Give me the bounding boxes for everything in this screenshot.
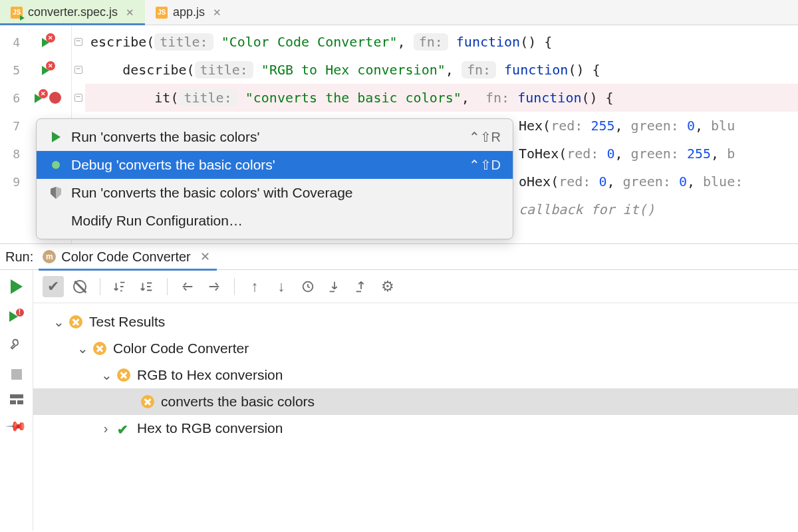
tree-expand-icon[interactable] <box>53 314 63 330</box>
run-test-failed-icon[interactable] <box>42 64 54 76</box>
context-menu-item[interactable]: Debug 'converts the basic colors'⌃⇧D <box>37 151 513 179</box>
context-menu-label: Modify Run Configuration… <box>71 213 501 229</box>
wrench-icon[interactable] <box>9 338 24 354</box>
test-tree-row[interactable]: ✔Hex to RGB conversion <box>33 415 798 442</box>
context-menu-label: Run 'converts the basic colors' with Cov… <box>71 185 501 201</box>
import-tests-icon[interactable] <box>324 276 345 297</box>
rerun-failed-icon[interactable] <box>9 309 24 323</box>
context-menu-label: Run 'converts the basic colors' <box>71 129 461 145</box>
show-ignored-icon[interactable] <box>69 276 90 297</box>
fold-handle-icon[interactable] <box>74 38 82 46</box>
js-file-icon: JS <box>156 7 168 19</box>
pin-icon[interactable]: 📌 <box>5 415 28 438</box>
rerun-icon[interactable] <box>11 279 23 294</box>
editor-tabs-bar: JS converter.spec.js ✕ JS app.js ✕ <box>0 0 798 25</box>
show-passed-icon[interactable]: ✔ <box>43 276 64 297</box>
close-icon[interactable]: ✕ <box>213 7 221 19</box>
mocha-icon: m <box>43 250 56 263</box>
context-menu-label: Debug 'converts the basic colors' <box>71 157 461 173</box>
prev-failed-icon[interactable]: ↑ <box>244 276 265 297</box>
test-tree-label: Hex to RGB conversion <box>137 420 283 436</box>
test-tree-label: Color Code Converter <box>113 340 249 356</box>
tree-expand-icon[interactable] <box>101 367 110 383</box>
run-test-failed-icon[interactable] <box>35 92 47 104</box>
play-icon <box>49 132 63 142</box>
sort-duration-icon[interactable] <box>136 276 158 297</box>
test-pass-icon: ✔ <box>117 422 130 435</box>
breakpoint-icon[interactable] <box>49 92 61 104</box>
test-tree-row[interactable]: Test Results <box>33 309 798 335</box>
run-test-failed-icon[interactable] <box>42 36 54 48</box>
tree-expand-icon[interactable] <box>101 420 110 436</box>
test-tree-row[interactable]: RGB to Hex conversion <box>33 362 798 388</box>
test-tree-label: RGB to Hex conversion <box>137 367 283 383</box>
tree-expand-icon[interactable] <box>77 340 86 356</box>
run-config-name: Color Code Converter <box>61 249 191 265</box>
sort-alpha-icon[interactable] <box>110 276 131 297</box>
next-failed-icon[interactable]: ↓ <box>271 276 292 297</box>
js-test-file-icon: JS <box>11 7 23 19</box>
fold-handle-icon[interactable] <box>74 66 82 74</box>
line-number: 7 <box>0 119 20 133</box>
fold-handle-icon[interactable] <box>74 94 82 102</box>
test-tree-label: converts the basic colors <box>161 394 315 410</box>
line-number: 9 <box>0 175 20 189</box>
code-line[interactable]: it(title: "converts the basic colors", f… <box>85 84 798 112</box>
run-panel-header: Run: m Color Code Converter ✕ <box>0 243 798 270</box>
context-menu-item[interactable]: Run 'converts the basic colors'⌃⇧R <box>37 123 513 151</box>
line-number: 5 <box>0 63 20 77</box>
run-config-tab[interactable]: m Color Code Converter ✕ <box>43 249 210 265</box>
run-context-menu: Run 'converts the basic colors'⌃⇧RDebug … <box>36 118 513 239</box>
context-menu-item[interactable]: Modify Run Configuration… <box>37 207 513 235</box>
tab-label: app.js <box>173 5 205 19</box>
test-tree-label: Test Results <box>89 314 165 330</box>
test-tree-row[interactable]: Color Code Converter <box>33 335 798 362</box>
gutter-row[interactable]: 4 <box>0 28 71 56</box>
context-menu-item[interactable]: Run 'converts the basic colors' with Cov… <box>37 179 513 207</box>
gutter-row[interactable]: 6 <box>0 84 71 112</box>
test-fail-icon <box>117 368 130 382</box>
close-icon[interactable]: ✕ <box>200 249 210 264</box>
test-toolbar: ✔ ↑ ↓ <box>33 270 798 303</box>
test-fail-icon <box>93 342 106 355</box>
gutter-row[interactable]: 5 <box>0 56 71 84</box>
test-history-icon[interactable] <box>297 276 319 297</box>
line-number: 8 <box>0 147 20 161</box>
stop-icon[interactable] <box>11 369 22 380</box>
coverage-icon <box>49 187 63 199</box>
line-number: 6 <box>0 91 20 105</box>
tab-label: converter.spec.js <box>28 5 118 19</box>
tab-app-js[interactable]: JS app.js ✕ <box>145 0 232 25</box>
run-title-prefix: Run: <box>5 249 33 265</box>
collapse-all-icon[interactable] <box>203 276 225 297</box>
code-line[interactable]: escribe(title: "Color Code Converter", f… <box>85 28 798 56</box>
tab-converter-spec[interactable]: JS converter.spec.js ✕ <box>0 0 145 25</box>
test-fail-icon <box>69 315 82 329</box>
keyboard-shortcut: ⌃⇧R <box>469 129 501 145</box>
debug-icon <box>49 159 63 171</box>
keyboard-shortcut: ⌃⇧D <box>469 157 501 173</box>
run-panel: 📌 ✔ ↑ ↓ <box>0 270 798 531</box>
line-number: 4 <box>0 35 20 49</box>
layout-icon[interactable] <box>10 394 23 404</box>
test-tree: Test ResultsColor Code ConverterRGB to H… <box>33 303 798 447</box>
close-icon[interactable]: ✕ <box>126 7 134 19</box>
code-line[interactable]: describe(title: "RGB to Hex conversion",… <box>85 56 798 84</box>
run-left-toolbar: 📌 <box>0 270 33 531</box>
settings-icon[interactable]: ⚙ <box>377 276 398 297</box>
test-fail-icon <box>141 395 154 408</box>
test-tree-row[interactable]: converts the basic colors <box>33 388 798 415</box>
expand-all-icon[interactable] <box>177 276 198 297</box>
export-tests-icon[interactable] <box>350 276 372 297</box>
